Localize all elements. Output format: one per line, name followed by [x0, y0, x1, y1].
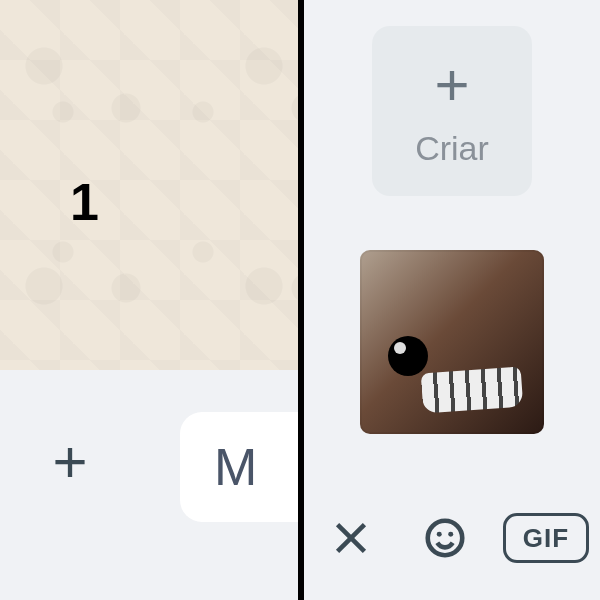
svg-point-3: [437, 532, 442, 537]
close-icon: [328, 515, 374, 561]
sticker-thumbnail[interactable]: [360, 250, 544, 434]
left-panel: 1 + M: [0, 0, 300, 600]
sticker-panel: + Criar GIF: [304, 0, 600, 600]
svg-point-4: [448, 532, 453, 537]
sticker-art: [388, 336, 428, 376]
gif-label: GIF: [523, 523, 569, 554]
gif-tab[interactable]: GIF: [503, 513, 589, 563]
plus-icon: +: [52, 432, 87, 492]
emoji-tab[interactable]: [409, 502, 481, 574]
close-button[interactable]: [315, 502, 387, 574]
picker-tab-bar: GIF: [304, 488, 600, 600]
create-sticker-button[interactable]: + Criar: [372, 26, 532, 196]
plus-icon: +: [434, 55, 469, 115]
svg-point-2: [428, 521, 463, 556]
sticker-art: [421, 367, 524, 414]
screenshot-root: 1 + M + Criar: [0, 0, 600, 600]
emoji-icon: [422, 515, 468, 561]
create-sticker-label: Criar: [415, 129, 489, 168]
message-placeholder-fragment: M: [214, 437, 257, 497]
chat-wallpaper: [0, 0, 300, 370]
panel-number-overlay: 1: [70, 172, 99, 232]
attach-button[interactable]: +: [38, 430, 102, 494]
input-bar: + M: [0, 370, 300, 600]
